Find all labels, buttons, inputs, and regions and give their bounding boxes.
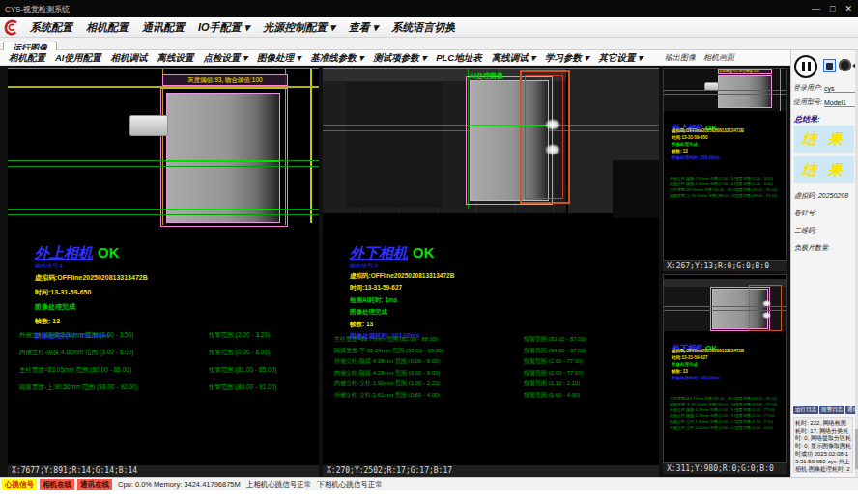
measurement-row: 外侧立柱-隔膜:2.91mm 范围:(2.00 - 3.50)报警范围:(2.2… [670,177,784,182]
menu-item[interactable]: 通讯配置 [135,21,191,33]
menu-item[interactable]: 相机配置 [79,21,135,33]
view-switch-option[interactable]: 输出图像 [665,50,696,66]
overlay-line [664,94,786,95]
threshold-overlay: 灰度阈值:93, 吻合阈值:100 [162,74,288,86]
overlay-line [8,166,319,167]
status-badge: 相机在线 [40,479,74,490]
measurement-row: 隔膜宽度-下:95.24mm 范围:(93.00 - 98.00)报警范围:(9… [670,403,784,407]
login-user-value[interactable]: cys [824,85,857,93]
virtual-code-label: 虚拟码: [794,192,816,199]
toolbar-button[interactable]: 其它设置 ▾ [594,50,647,66]
menu-item[interactable]: 光源控制配置 ▾ [256,21,342,33]
upper-camera-heartbeat: 上相机心跳信号正常 [246,480,312,490]
overlay-line [470,125,549,126]
toolbar-button[interactable]: 离线调试 ▾ [487,50,540,66]
overlay-line [664,310,786,311]
status-ok: OK [98,244,120,261]
measurement-row: 内侧立柱-隔膜:4.60mm 范围:(3.00 - 6.00)报警范围:(0.0… [670,182,784,187]
camera-name: 外下相机 [350,244,408,261]
output-signal: 输出信号:1 [35,262,148,268]
thumb-image [664,279,786,331]
camera-view-left[interactable]: 灰度阈值:93, 吻合阈值:100 外上相机OK 输出信号:1 虚拟码:OFFl… [8,68,319,465]
frames-text: 帧数: 13 [672,369,744,374]
pause-icon [808,62,811,71]
toolbar-button[interactable]: 离线设置 [153,50,199,66]
record-button[interactable] [839,59,851,71]
log-tabs: 运行日志报警日志通讯日志 [793,406,858,414]
workpiece-image [718,75,772,108]
overlay-line [664,90,786,91]
time-text: 时间:13-31-59-650 [35,288,148,297]
barcode-text: 虚拟码:OFFline2025020813313472B [672,349,744,353]
frames-text: 帧数: 13 [350,321,454,329]
menu-item[interactable]: 系统语言切换 [385,21,462,33]
log-text: 耗时: 222, 网络检测耗时: 17, 网络分类耗时: 0, 网络提取分区耗时… [793,417,853,473]
model-value[interactable]: Model1 [824,99,857,107]
lower-camera-heartbeat: 下相机心跳信号正常 [317,480,383,490]
menu-item[interactable]: 系统配置 [23,21,79,33]
threshold-overlay: 灰度阈值:93, 吻合阈值:100 [718,69,772,74]
app-window: CYS-视觉检测系统 — □ ✕ 系统配置相机配置通讯配置IO手配置 ▾光源控制… [0,0,858,504]
fixture-shadow [613,160,659,218]
anode-count-label: 负极片数量: [794,244,830,251]
measurement-row: 内侧立柱-立柱:1.90mm 范围:(1.00 - 2.20)报警范围:(1.1… [334,380,634,387]
reflection-spot [762,312,771,319]
time-text: 时间:13-31-59-627 [350,284,454,293]
measurement-row: 外侧立柱-隔膜:4.38mm 范围:(0.00 - 9.00)报警范围:(2.0… [670,408,784,413]
toolbar-button[interactable]: 学习参数 ▾ [540,50,593,66]
menu-item[interactable]: IO手配置 ▾ [191,21,256,33]
done-text: 图像处理完成 [350,308,454,317]
total-result-label: 总结果: [794,114,820,125]
result-block-thumb-top: 外上相机OK 虚拟码:OFFline2025020813313472B 时间:1… [672,117,744,160]
toolbar-button[interactable]: AI使用配置 [50,50,106,66]
maximize-button[interactable]: □ [830,4,835,14]
app-logo-icon [3,19,20,36]
close-button[interactable]: ✕ [844,4,852,14]
measurement-row: 外侧立柱-立柱:2.61mm 范围:(0.60 - 4.00)报警范围:(0.6… [334,392,634,399]
camera-thumb-bottom[interactable]: 外下相机OK 虚拟码:OFFline2025020813313472B 时间:1… [663,274,787,463]
minimize-button[interactable]: — [812,4,820,14]
output-signal: 输出信号:0 [350,262,454,268]
overlay-line [166,160,280,162]
menu-items: 系统配置相机配置通讯配置IO手配置 ▾光源控制配置 ▾查看 ▾系统语言切换 [23,17,462,38]
toolbar-button[interactable]: 测试项参数 ▾ [368,50,431,66]
camera-thumb-top[interactable]: 灰度阈值:93, 吻合阈值:100 外上相机OK 虚拟码:OFFline2025… [663,68,787,261]
ai-image-label: AI处理图像 [470,71,503,81]
barcode-text: 虚拟码:OFFline2025020813313472B [35,273,148,283]
toolbar-button[interactable]: 相机调试 [106,50,153,66]
toolbar-button[interactable]: 图像处理 ▾ [252,50,305,66]
toolbar-button[interactable]: 点检设置 ▾ [199,50,252,66]
toolbar-button[interactable]: PLC地址表 [431,50,487,66]
camera-toggle-button[interactable] [823,59,836,72]
log-tab[interactable]: 运行日志 [793,406,818,414]
log-tab[interactable]: 报警日志 [819,406,844,414]
toolbar-button[interactable]: 相机配置 [4,50,50,66]
connector-tab [129,115,168,136]
camera-view-middle[interactable]: AI处理图像 外下相机OK 输出信号:0 虚拟码:OFFline20250208… [323,68,659,465]
measurement-row: 主柱宽度=83.05mm 范围:(80.00 - 86.00)报警范围:(81.… [670,188,784,193]
overlay-line [310,69,312,223]
pause-button[interactable] [794,55,817,78]
toolbar-button[interactable]: 基准线参数 ▾ [305,50,368,66]
camera-name: 外上相机 [35,244,93,261]
menu-item[interactable]: 查看 ▾ [342,21,386,33]
menu-bar: 系统配置相机配置通讯配置IO手配置 ▾光源控制配置 ▾查看 ▾系统语言切换 [0,17,858,38]
result-display-2: 结 果 [794,156,854,183]
measurement-row: 隔膜宽度-上:90.56mm 范围:(88.00 - 92.00)报警范围:(8… [19,383,319,391]
pixel-coords-thumb-bottom: X:311;Y:980;R:0;G:0;B:0 [663,463,787,474]
status-bar: 心跳信号相机在线通讯在线 Cpu: 0.0% Memory: 3424.4179… [0,477,858,490]
pause-icon [802,62,805,71]
measurement-list-left: 外侧立柱-隔膜:2.91mm 范围:(2.00 - 3.50)报警范围:(2.2… [19,331,319,401]
measurement-row: 外侧立柱-隔膜:2.91mm 范围:(2.00 - 3.50)报警范围:(2.2… [19,331,319,339]
elapsed-text: 图像处理耗时: 258.00ms [672,155,744,160]
status-badges: 心跳信号相机在线通讯在线 [2,479,112,490]
view-switch: 输出图像相机画面 [665,50,734,66]
elapsed-text: 图像处理耗时: 183.00ms [672,376,744,380]
view-switch-option[interactable]: 相机画面 [703,50,734,66]
measurement-row: 内侧立柱-隔膜:4.60mm 范围:(3.00 - 6.00)报警范围:(0.0… [19,349,319,356]
result-block-middle: 外下相机OK 输出信号:0 虚拟码:OFFline202502081331347… [350,244,454,341]
measurement-row: 主柱宽度=83.77mm 范围:(82.00 - 88.00)报警范围:(83.… [334,336,634,343]
fixture-slot [346,82,443,208]
measurement-list-middle: 主柱宽度=83.77mm 范围:(82.00 - 88.00)报警范围:(83.… [334,336,634,403]
measurement-list-thumb-bottom: 主柱宽度=83.77mm 范围:(82.00 - 88.00)报警范围:(83.… [670,397,784,432]
